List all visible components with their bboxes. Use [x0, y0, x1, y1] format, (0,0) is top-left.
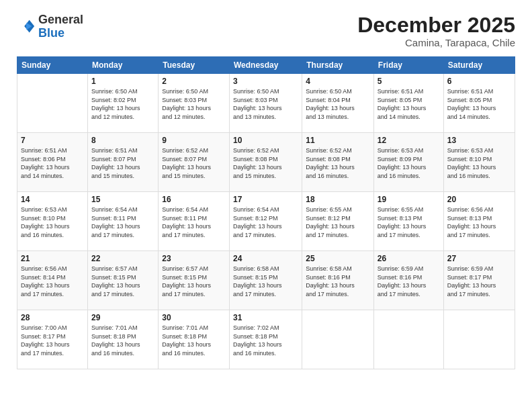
day-number: 4 — [306, 77, 370, 86]
day-number: 5 — [378, 77, 440, 86]
day-info: Sunrise: 6:52 AMSunset: 8:07 PMDaylight:… — [162, 146, 226, 180]
day-info: Sunrise: 6:57 AMSunset: 8:15 PMDaylight:… — [91, 265, 154, 298]
day-number: 10 — [233, 136, 298, 145]
day-number: 21 — [21, 254, 84, 263]
day-number: 13 — [447, 136, 511, 145]
table-row: 6Sunrise: 6:51 AMSunset: 8:05 PMDaylight… — [443, 74, 515, 133]
day-number: 9 — [162, 136, 226, 145]
logo-general: General — [38, 13, 83, 26]
day-info: Sunrise: 7:01 AMSunset: 8:18 PMDaylight:… — [162, 324, 226, 357]
table-row: 30Sunrise: 7:01 AMSunset: 8:18 PMDayligh… — [159, 310, 230, 369]
table-row: 17Sunrise: 6:54 AMSunset: 8:12 PMDayligh… — [230, 192, 302, 251]
header: General Blue December 2025 Camina, Tarap… — [17, 13, 515, 48]
day-info: Sunrise: 6:50 AMSunset: 8:02 PMDaylight:… — [91, 87, 154, 121]
day-number: 15 — [91, 195, 154, 204]
day-number: 28 — [21, 313, 84, 322]
day-number: 29 — [91, 313, 154, 322]
table-row: 13Sunrise: 6:53 AMSunset: 8:10 PMDayligh… — [443, 133, 515, 192]
table-row: 25Sunrise: 6:58 AMSunset: 8:16 PMDayligh… — [302, 251, 374, 310]
col-saturday: Saturday — [443, 57, 515, 74]
table-row: 2Sunrise: 6:50 AMSunset: 8:03 PMDaylight… — [159, 74, 230, 133]
table-row — [373, 310, 443, 369]
table-row: 7Sunrise: 6:51 AMSunset: 8:06 PMDaylight… — [17, 133, 88, 192]
day-number: 19 — [378, 195, 440, 204]
table-row — [302, 310, 374, 369]
col-tuesday: Tuesday — [159, 57, 230, 74]
day-number: 17 — [233, 195, 298, 204]
day-number: 3 — [233, 77, 298, 86]
day-info: Sunrise: 6:59 AMSunset: 8:17 PMDaylight:… — [447, 265, 511, 298]
title-area: December 2025 Camina, Tarapaca, Chile — [357, 13, 515, 48]
day-number: 14 — [21, 195, 84, 204]
table-row: 19Sunrise: 6:55 AMSunset: 8:13 PMDayligh… — [373, 192, 443, 251]
day-info: Sunrise: 6:54 AMSunset: 8:11 PMDaylight:… — [162, 205, 226, 239]
day-info: Sunrise: 6:53 AMSunset: 8:10 PMDaylight:… — [447, 146, 511, 180]
day-number: 8 — [91, 136, 154, 145]
day-info: Sunrise: 6:50 AMSunset: 8:03 PMDaylight:… — [233, 87, 298, 121]
day-number: 22 — [91, 254, 154, 263]
col-sunday: Sunday — [17, 57, 88, 74]
day-number: 27 — [447, 254, 511, 263]
table-row: 10Sunrise: 6:52 AMSunset: 8:08 PMDayligh… — [230, 133, 302, 192]
table-row: 8Sunrise: 6:51 AMSunset: 8:07 PMDaylight… — [88, 133, 159, 192]
logo-icon — [17, 17, 36, 36]
calendar: Sunday Monday Tuesday Wednesday Thursday… — [17, 56, 515, 369]
col-monday: Monday — [88, 57, 159, 74]
table-row: 16Sunrise: 6:54 AMSunset: 8:11 PMDayligh… — [159, 192, 230, 251]
calendar-week-2: 7Sunrise: 6:51 AMSunset: 8:06 PMDaylight… — [17, 133, 515, 192]
table-row — [17, 74, 88, 133]
page: General Blue December 2025 Camina, Tarap… — [0, 0, 532, 411]
table-row: 18Sunrise: 6:55 AMSunset: 8:12 PMDayligh… — [302, 192, 374, 251]
day-number: 25 — [306, 254, 370, 263]
day-number: 30 — [162, 313, 226, 322]
day-info: Sunrise: 6:54 AMSunset: 8:12 PMDaylight:… — [233, 205, 298, 239]
calendar-week-5: 28Sunrise: 7:00 AMSunset: 8:17 PMDayligh… — [17, 310, 515, 369]
table-row: 29Sunrise: 7:01 AMSunset: 8:18 PMDayligh… — [88, 310, 159, 369]
month-title: December 2025 — [357, 13, 515, 37]
logo: General Blue — [17, 13, 83, 40]
table-row: 9Sunrise: 6:52 AMSunset: 8:07 PMDaylight… — [159, 133, 230, 192]
table-row: 12Sunrise: 6:53 AMSunset: 8:09 PMDayligh… — [373, 133, 443, 192]
table-row: 27Sunrise: 6:59 AMSunset: 8:17 PMDayligh… — [443, 251, 515, 310]
day-number: 31 — [233, 313, 298, 322]
day-info: Sunrise: 6:51 AMSunset: 8:05 PMDaylight:… — [447, 87, 511, 121]
day-info: Sunrise: 6:52 AMSunset: 8:08 PMDaylight:… — [306, 146, 370, 180]
table-row: 5Sunrise: 6:51 AMSunset: 8:05 PMDaylight… — [373, 74, 443, 133]
day-number: 1 — [91, 77, 154, 86]
day-info: Sunrise: 6:53 AMSunset: 8:10 PMDaylight:… — [21, 205, 84, 239]
table-row: 20Sunrise: 6:56 AMSunset: 8:13 PMDayligh… — [443, 192, 515, 251]
table-row: 11Sunrise: 6:52 AMSunset: 8:08 PMDayligh… — [302, 133, 374, 192]
day-info: Sunrise: 6:58 AMSunset: 8:15 PMDaylight:… — [233, 265, 298, 298]
day-info: Sunrise: 6:51 AMSunset: 8:05 PMDaylight:… — [378, 87, 440, 121]
table-row: 21Sunrise: 6:56 AMSunset: 8:14 PMDayligh… — [17, 251, 88, 310]
location-subtitle: Camina, Tarapaca, Chile — [357, 37, 515, 48]
table-row: 22Sunrise: 6:57 AMSunset: 8:15 PMDayligh… — [88, 251, 159, 310]
table-row: 3Sunrise: 6:50 AMSunset: 8:03 PMDaylight… — [230, 74, 302, 133]
day-info: Sunrise: 6:52 AMSunset: 8:08 PMDaylight:… — [233, 146, 298, 180]
day-info: Sunrise: 6:51 AMSunset: 8:07 PMDaylight:… — [91, 146, 154, 180]
day-number: 12 — [378, 136, 440, 145]
table-row: 28Sunrise: 7:00 AMSunset: 8:17 PMDayligh… — [17, 310, 88, 369]
day-number: 11 — [306, 136, 370, 145]
day-number: 26 — [378, 254, 440, 263]
day-number: 16 — [162, 195, 226, 204]
day-number: 18 — [306, 195, 370, 204]
day-info: Sunrise: 6:55 AMSunset: 8:12 PMDaylight:… — [306, 205, 370, 239]
table-row: 4Sunrise: 6:50 AMSunset: 8:04 PMDaylight… — [302, 74, 374, 133]
day-info: Sunrise: 7:01 AMSunset: 8:18 PMDaylight:… — [91, 324, 154, 357]
day-info: Sunrise: 6:50 AMSunset: 8:03 PMDaylight:… — [162, 87, 226, 121]
col-thursday: Thursday — [302, 57, 374, 74]
calendar-week-3: 14Sunrise: 6:53 AMSunset: 8:10 PMDayligh… — [17, 192, 515, 251]
day-number: 20 — [447, 195, 511, 204]
day-info: Sunrise: 6:53 AMSunset: 8:09 PMDaylight:… — [378, 146, 440, 180]
day-info: Sunrise: 6:54 AMSunset: 8:11 PMDaylight:… — [91, 205, 154, 239]
logo-blue: Blue — [38, 26, 64, 40]
col-wednesday: Wednesday — [230, 57, 302, 74]
calendar-header-row: Sunday Monday Tuesday Wednesday Thursday… — [17, 57, 515, 74]
day-number: 6 — [447, 77, 511, 86]
table-row: 31Sunrise: 7:02 AMSunset: 8:18 PMDayligh… — [230, 310, 302, 369]
logo-text: General Blue — [38, 13, 83, 40]
day-info: Sunrise: 6:57 AMSunset: 8:15 PMDaylight:… — [162, 265, 226, 298]
day-info: Sunrise: 7:02 AMSunset: 8:18 PMDaylight:… — [233, 324, 298, 357]
table-row: 26Sunrise: 6:59 AMSunset: 8:16 PMDayligh… — [373, 251, 443, 310]
